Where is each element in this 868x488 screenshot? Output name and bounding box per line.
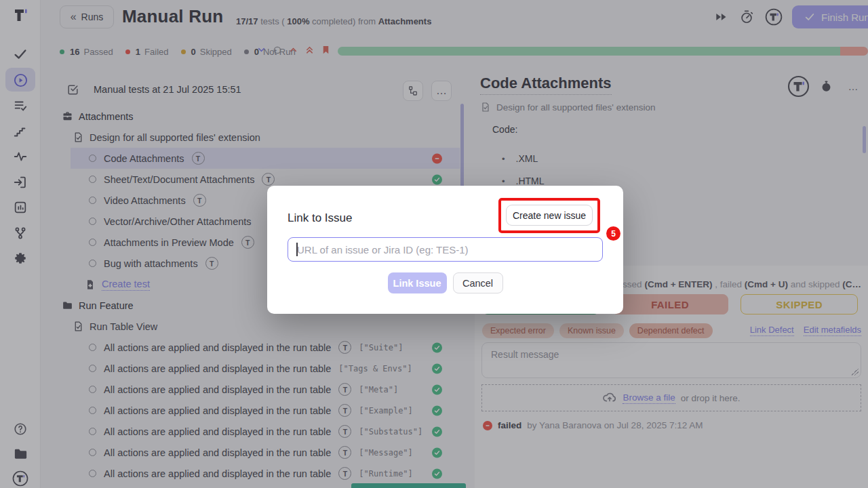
- cancel-button[interactable]: Cancel: [453, 272, 503, 293]
- annotation-highlight-box: [498, 198, 600, 233]
- issue-url-input[interactable]: [288, 237, 603, 262]
- modal-title: Link to Issue: [288, 211, 352, 225]
- link-issue-button[interactable]: Link Issue: [388, 272, 447, 293]
- annotation-step-badge: 5: [606, 226, 620, 241]
- text-caret: [296, 243, 298, 256]
